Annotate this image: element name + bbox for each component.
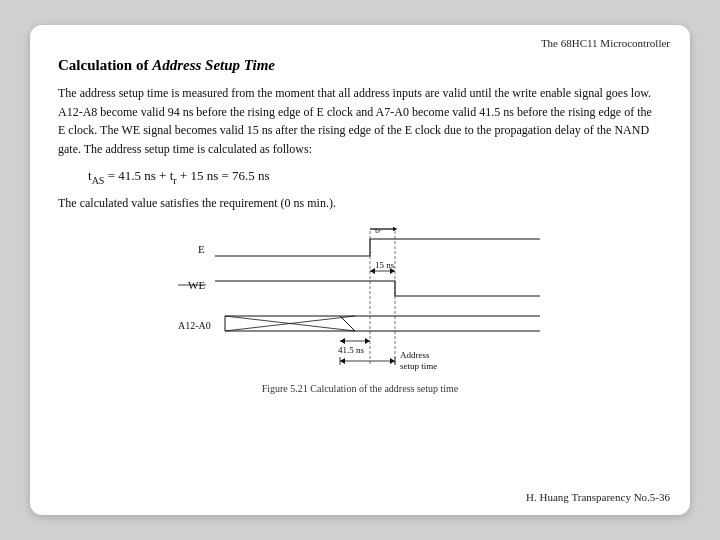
figure-caption: Figure 5.21 Calculation of the address s… [58,383,662,394]
satisfy-text: The calculated value satisfies the requi… [58,196,662,211]
header-label: The 68HC11 Microcontroller [541,37,670,49]
svg-marker-18 [365,338,370,344]
body-paragraph: The address setup time is measured from … [58,84,662,158]
slide: The 68HC11 Microcontroller Calculation o… [30,25,690,515]
svg-text:setup time: setup time [400,361,437,371]
footer-label: H. Huang Transparency No.5-36 [526,491,670,503]
formula-line: tAS = 41.5 ns + tr + 15 ns = 76.5 ns [88,168,662,186]
svg-text:A12-A0: A12-A0 [178,320,211,331]
svg-text:41.5 ns: 41.5 ns [338,345,365,355]
svg-text:Address: Address [400,350,430,360]
diagram-area: E tᵣ WE 15 ns A12-A0 [170,221,550,381]
timing-diagram: E tᵣ WE 15 ns A12-A0 [170,221,550,381]
slide-title: Calculation of Address Setup Time [58,57,662,74]
svg-text:15 ns: 15 ns [375,260,395,270]
svg-marker-17 [340,338,345,344]
title-italic: Address Setup Time [152,57,275,73]
svg-text:tᵣ: tᵣ [375,225,381,235]
svg-marker-21 [340,358,345,364]
svg-marker-22 [390,358,395,364]
svg-text:E: E [198,243,205,255]
